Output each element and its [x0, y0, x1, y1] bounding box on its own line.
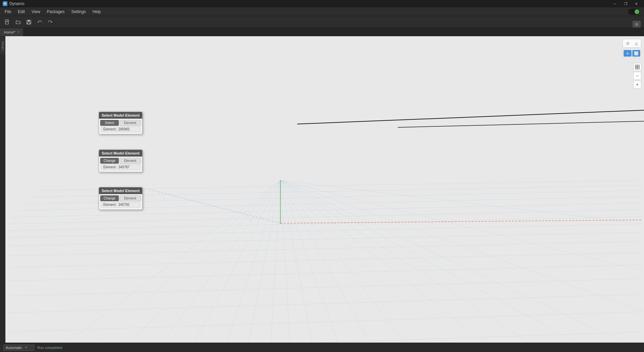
undo-button[interactable]: [35, 18, 44, 26]
svg-rect-5: [28, 22, 30, 24]
titlebar: R Dynamo ─ ❐ ✕: [0, 0, 644, 7]
tabbar: Home* ×: [0, 28, 644, 36]
grid-lines-button[interactable]: ≡: [624, 50, 632, 57]
preview-toggle[interactable]: ⊟: [633, 21, 641, 27]
minimize-button[interactable]: ─: [610, 0, 620, 7]
canvas-area[interactable]: .grid-h { stroke: #a8cce0; stroke-width:…: [5, 36, 644, 343]
run-mode-arrow: ▼: [25, 346, 28, 349]
library-toggle-button[interactable]: Library: [0, 38, 5, 54]
geometry-toggle-button[interactable]: △: [632, 40, 640, 47]
svg-rect-49: [635, 65, 637, 67]
node-select-model-element-2: Select Model Element Change Element Elem…: [99, 150, 143, 172]
zoom-controls: − +: [633, 63, 641, 89]
menu-view[interactable]: View: [28, 8, 44, 15]
main-area: Library .grid-h { stroke: #a8cce0; strok…: [0, 36, 644, 343]
background-toggle-button[interactable]: ⊙: [624, 40, 632, 47]
node-3-change-button[interactable]: Change: [100, 195, 119, 201]
node-1-header: Select Model Element: [99, 112, 142, 119]
statusbar: Automatic ▼ Run completed.: [0, 343, 644, 352]
node-2-header: Select Model Element: [99, 150, 142, 157]
toolbar: ⊟: [0, 16, 644, 28]
svg-rect-50: [638, 65, 639, 67]
zoom-out-button[interactable]: −: [633, 72, 641, 80]
right-toolbar: ⊙ △ ≡ ⬜: [623, 39, 641, 58]
menu-settings[interactable]: Settings: [68, 8, 89, 15]
run-mode-dropdown[interactable]: Automatic ▼: [3, 345, 35, 351]
node-1-select-button[interactable]: Select: [100, 120, 119, 126]
redo-button[interactable]: [46, 18, 55, 26]
node-1-element-port: Element: [119, 120, 141, 126]
node-select-model-element-3: Select Model Element Change Element Elem…: [99, 187, 143, 210]
svg-rect-51: [635, 67, 637, 69]
tab-label: Home*: [4, 30, 15, 34]
open-file-button[interactable]: [13, 18, 23, 26]
new-file-button[interactable]: [3, 18, 12, 26]
svg-rect-4: [28, 20, 30, 21]
grid-options-group: ≡ ⬜: [623, 49, 641, 58]
tab-close-button[interactable]: ×: [17, 30, 19, 34]
node-1-value: Element : 286965: [101, 126, 140, 132]
node-2-change-button[interactable]: Change: [100, 158, 119, 164]
run-mode-label: Automatic: [6, 346, 22, 350]
node-2-element-port: Element: [119, 158, 141, 164]
app-title: Dynamo: [9, 1, 24, 6]
menu-help[interactable]: Help: [89, 8, 104, 15]
node-2-value: Element : 345787: [101, 164, 140, 170]
save-file-button[interactable]: [24, 18, 34, 26]
node-select-model-element-1: Select Model Element Select Element Elem…: [99, 112, 143, 134]
menu-edit[interactable]: Edit: [14, 8, 28, 15]
menu-packages[interactable]: Packages: [44, 8, 68, 15]
restore-button[interactable]: ❐: [621, 0, 631, 7]
status-text: Run completed.: [37, 346, 63, 350]
menu-file[interactable]: File: [1, 8, 14, 15]
view-options-group: ⊙ △: [623, 39, 641, 48]
home-tab[interactable]: Home* ×: [0, 28, 23, 36]
node-3-value: Element : 345792: [101, 202, 140, 208]
execution-toggle[interactable]: [628, 9, 640, 15]
close-button[interactable]: ✕: [631, 0, 641, 7]
app-icon: R: [3, 1, 7, 6]
menubar: File Edit View Packages Settings Help: [0, 7, 644, 16]
node-3-header: Select Model Element: [99, 187, 142, 194]
node-3-element-port: Element: [119, 195, 141, 201]
fit-view-button[interactable]: [633, 63, 641, 71]
zoom-in-button[interactable]: +: [633, 80, 641, 89]
svg-rect-52: [638, 67, 639, 69]
grid-box-button[interactable]: ⬜: [632, 50, 640, 57]
library-sidebar: Library: [0, 36, 5, 343]
